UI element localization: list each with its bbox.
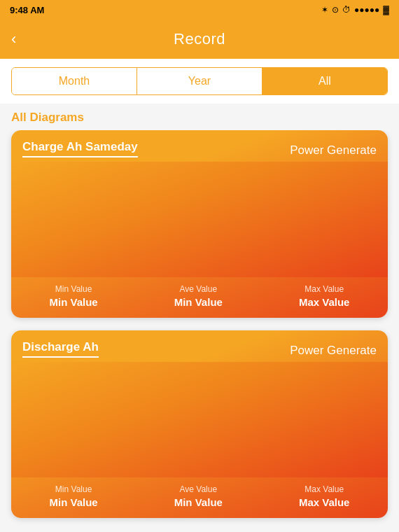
battery-icon: ▓: [383, 5, 389, 15]
alarm-icon: ⊙: [332, 5, 339, 15]
charge-max-value: Max Value: [299, 296, 350, 308]
discharge-card-footer: Min Value Min Value Ave Value Min Value …: [11, 477, 388, 518]
discharge-card: Discharge Ah Power Generate Min Value Mi…: [11, 330, 388, 518]
discharge-card-chart: [11, 362, 388, 477]
discharge-card-header: Discharge Ah Power Generate: [11, 330, 388, 362]
discharge-min-value: Min Value: [50, 496, 98, 508]
discharge-max-label: Max Value: [304, 484, 344, 494]
clock-icon: ⏱: [342, 5, 351, 15]
charge-card-chart: [11, 162, 388, 277]
charge-max-col: Max Value Max Value: [299, 284, 350, 308]
section-label: All Diagrams: [0, 104, 399, 130]
charge-card-header: Charge Ah Sameday Power Generate: [11, 130, 388, 162]
charge-min-col: Min Value Min Value: [50, 284, 98, 308]
segment-year[interactable]: Year: [137, 68, 262, 94]
discharge-max-col: Max Value Max Value: [299, 484, 350, 508]
status-icons: ✶ ⊙ ⏱ ●●●●● ▓: [321, 5, 389, 15]
page-title: Record: [174, 30, 225, 48]
charge-card-title-left: Charge Ah Sameday: [22, 140, 138, 158]
discharge-card-title-left: Discharge Ah: [22, 340, 99, 358]
main-content: Charge Ah Sameday Power Generate Min Val…: [0, 130, 399, 532]
charge-card-footer: Min Value Min Value Ave Value Min Value …: [11, 277, 388, 318]
discharge-min-label: Min Value: [55, 484, 92, 494]
discharge-ave-col: Ave Value Min Value: [174, 484, 223, 508]
discharge-card-title-right: Power Generate: [290, 344, 377, 358]
charge-min-value: Min Value: [50, 296, 98, 308]
status-time: 9:48 AM: [10, 5, 44, 15]
segment-all[interactable]: All: [262, 68, 387, 94]
discharge-ave-value: Min Value: [174, 496, 223, 508]
charge-ave-label: Ave Value: [179, 284, 217, 294]
back-button[interactable]: ‹: [11, 30, 16, 48]
status-bar: 9:48 AM ✶ ⊙ ⏱ ●●●●● ▓: [0, 0, 399, 20]
bluetooth-icon: ✶: [321, 5, 328, 15]
charge-min-label: Min Value: [55, 284, 92, 294]
discharge-min-col: Min Value Min Value: [50, 484, 98, 508]
charge-card-title-right: Power Generate: [290, 144, 377, 158]
segment-container: Month Year All: [0, 59, 399, 104]
segment-month[interactable]: Month: [12, 68, 137, 94]
segment-control: Month Year All: [11, 67, 388, 95]
charge-ave-col: Ave Value Min Value: [174, 284, 223, 308]
signal-icon: ●●●●●: [354, 5, 379, 15]
discharge-max-value: Max Value: [299, 496, 350, 508]
charge-max-label: Max Value: [304, 284, 344, 294]
discharge-ave-label: Ave Value: [179, 484, 217, 494]
charge-ave-value: Min Value: [174, 296, 223, 308]
header: ‹ Record: [0, 20, 399, 59]
charge-card: Charge Ah Sameday Power Generate Min Val…: [11, 130, 388, 318]
